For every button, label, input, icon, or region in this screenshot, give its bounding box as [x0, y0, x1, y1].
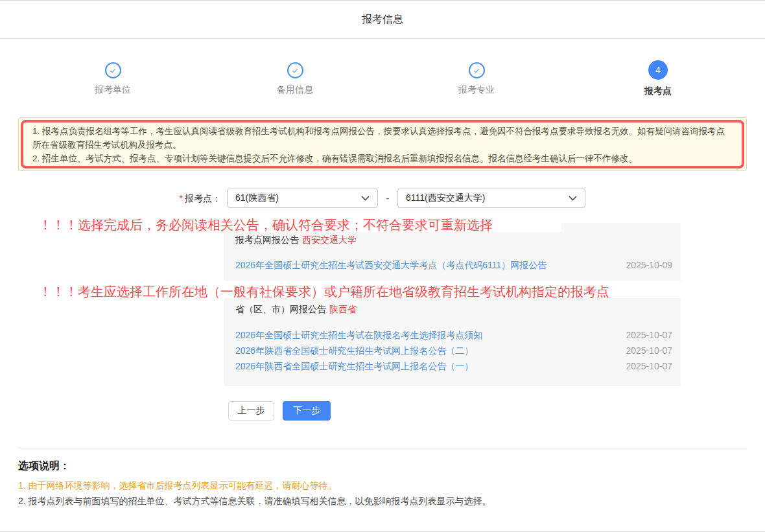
announcement-date: 2025-10-07 [619, 345, 672, 356]
footer-divider [18, 448, 747, 448]
previous-step-button[interactable]: 上一步 [228, 401, 274, 421]
select-separator: - [381, 189, 394, 208]
province-announcements-header: 省（区、市）网报公告陕西省 [235, 304, 357, 316]
page-title: 报考信息 [0, 1, 765, 38]
province-select[interactable]: 61(陕西省) [227, 189, 378, 208]
exam-site-select[interactable]: 6111(西安交通大学) [397, 189, 585, 208]
step-label: 报考点 [613, 86, 703, 97]
options-note-2: 2. 报考点列表与前面填写的招生单位、考试方式等信息关联，请准确填写相关信息，以… [18, 496, 491, 507]
registration-page: 报考信息 报考单位 备用信息 [0, 0, 765, 532]
announcement-link[interactable]: 2026年全国硕士研究生招生考试西安交通大学考点（考点代码6111）网报公告 [235, 260, 547, 272]
notice-red-highlight-border: 1. 报考点负责报名组考等工作，考生应认真阅读省级教育招生考试机构和报考点网报公… [21, 120, 744, 168]
required-asterisk: * [180, 193, 183, 203]
check-icon [291, 67, 299, 75]
step-exam-site[interactable]: 4 报考点 [613, 62, 703, 97]
announcement-link[interactable]: 2026年陕西省全国硕士研究生招生考试网上报名公告（一） [235, 361, 473, 373]
announcement-date: 2025-10-07 [619, 361, 672, 371]
next-step-button[interactable]: 下一步 [283, 401, 331, 421]
announcement-date: 2025-10-07 [619, 330, 672, 340]
step-unit[interactable]: 报考单位 [67, 62, 158, 96]
step-backup-info[interactable]: 备用信息 [250, 62, 340, 96]
options-note-heading: 选项说明： [18, 459, 70, 473]
step-indicator: 报考单位 备用信息 报考专业 4 报考点 [0, 62, 765, 102]
announcement-link[interactable]: 2026年陕西省全国硕士研究生招生考试网上报名公告（二） [235, 345, 473, 357]
chevron-down-icon [361, 196, 370, 201]
exam-site-form-row: *报考点： 61(陕西省) - 6111(西安交通大学) [0, 189, 765, 208]
province-announcements-highlight: 陕西省 [329, 304, 357, 314]
step-number: 4 [655, 65, 661, 75]
check-icon [109, 67, 117, 75]
province-select-value: 61(陕西省) [235, 192, 361, 204]
notice-line: 1. 报考点负责报名组考等工作，考生应认真阅读省级教育招生考试机构和报考点网报公… [32, 124, 733, 152]
step-done-circle [105, 62, 121, 78]
notice-box: 1. 报考点负责报名组考等工作，考生应认真阅读省级教育招生考试机构和报考点网报公… [18, 117, 747, 171]
step-done-circle [287, 62, 303, 78]
step-label: 报考专业 [431, 84, 522, 96]
notice-line: 2. 招生单位、考试方式、报考点、专项计划等关键信息提交后不允许修改，确有错误需… [32, 152, 733, 165]
step-current-circle: 4 [648, 60, 668, 80]
field-label-text: 报考点： [185, 193, 221, 203]
announcement-link[interactable]: 2026年全国硕士研究生招生考试在陕报名考生选择报考点须知 [235, 330, 482, 341]
check-icon [473, 67, 480, 75]
red-annotation-line-1: ！！！选择完成后，务必阅读相关公告，确认符合要求；不符合要求可重新选择 [39, 216, 493, 234]
site-announcements-title: 报考点网报公告 [235, 235, 299, 245]
site-announcements-highlight: 西安交通大学 [302, 235, 357, 245]
red-annotation-line-2: ！！！考生应选择工作所在地（一般有社保要求）或户籍所在地省级教育招生考试机构指定… [39, 283, 609, 301]
province-announcements-title: 省（区、市）网报公告 [235, 304, 326, 314]
step-label: 备用信息 [250, 84, 340, 96]
page-header: 报考信息 [0, 1, 765, 39]
step-label: 报考单位 [67, 84, 158, 96]
step-major[interactable]: 报考专业 [431, 62, 522, 96]
chevron-down-icon [569, 196, 577, 201]
options-note-1: 1. 由于网络环境等影响，选择省市后报考点列表显示可能有延迟，请耐心等待。 [18, 480, 337, 492]
step-done-circle [469, 62, 485, 78]
site-announcements-header: 报考点网报公告西安交通大学 [235, 235, 357, 246]
exam-site-select-value: 6111(西安交通大学) [406, 192, 569, 204]
announcement-date: 2025-10-09 [619, 260, 672, 270]
exam-site-field-label: *报考点： [149, 189, 221, 208]
